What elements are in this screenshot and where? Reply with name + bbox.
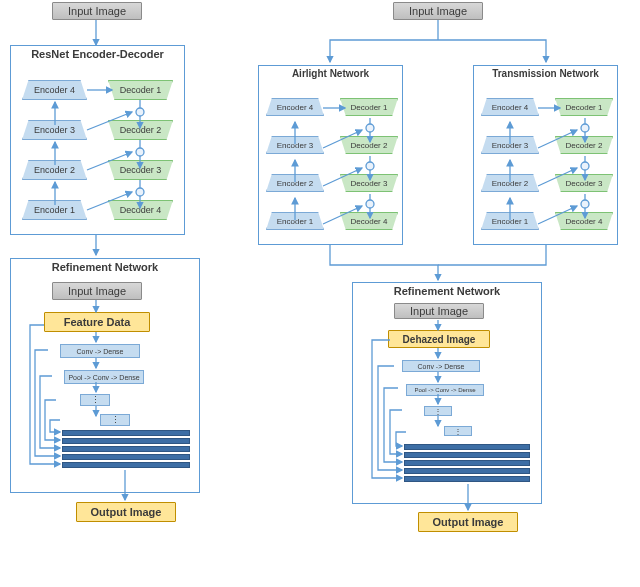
left-encoder-1: Encoder 1 bbox=[22, 200, 87, 220]
left-concat-bar bbox=[62, 446, 190, 452]
air-decoder-3: Decoder 3 bbox=[340, 174, 398, 192]
left-refine-input: Input Image bbox=[52, 282, 142, 300]
left-input-image: Input Image bbox=[52, 2, 142, 20]
trans-decoder-2: Decoder 2 bbox=[555, 136, 613, 154]
right-refine-input: Input Image bbox=[394, 303, 484, 319]
trans-encoder-4: Encoder 4 bbox=[481, 98, 539, 116]
left-concat-bar bbox=[62, 438, 190, 444]
air-decoder-4: Decoder 4 bbox=[340, 212, 398, 230]
trans-decoder-3: Decoder 3 bbox=[555, 174, 613, 192]
trans-encoder-1: Encoder 1 bbox=[481, 212, 539, 230]
air-encoder-3: Encoder 3 bbox=[266, 136, 324, 154]
left-encoder-3: Encoder 3 bbox=[22, 120, 87, 140]
right-input-image: Input Image bbox=[393, 2, 483, 20]
group-title: Transmission Network bbox=[474, 68, 617, 79]
left-decoder-2: Decoder 2 bbox=[108, 120, 173, 140]
left-pool-conv-dense: Pool -> Conv -> Dense bbox=[64, 370, 144, 384]
left-output-image: Output Image bbox=[76, 502, 176, 522]
right-conv-dense: Conv -> Dense bbox=[402, 360, 480, 372]
right-concat-bar bbox=[404, 444, 530, 450]
right-output-image: Output Image bbox=[418, 512, 518, 532]
trans-encoder-2: Encoder 2 bbox=[481, 174, 539, 192]
trans-decoder-4: Decoder 4 bbox=[555, 212, 613, 230]
trans-encoder-3: Encoder 3 bbox=[481, 136, 539, 154]
group-title: Airlight Network bbox=[259, 68, 402, 79]
left-conv-dense: Conv -> Dense bbox=[60, 344, 140, 358]
air-decoder-1: Decoder 1 bbox=[340, 98, 398, 116]
left-encoder-2: Encoder 2 bbox=[22, 160, 87, 180]
air-encoder-4: Encoder 4 bbox=[266, 98, 324, 116]
air-encoder-1: Encoder 1 bbox=[266, 212, 324, 230]
right-ellipsis-1: ⋮ bbox=[424, 406, 452, 416]
label: Input Image bbox=[68, 5, 126, 17]
right-concat-bar bbox=[404, 476, 530, 482]
left-concat-bar bbox=[62, 462, 190, 468]
right-pool-conv-dense: Pool -> Conv -> Dense bbox=[406, 384, 484, 396]
right-concat-bar bbox=[404, 468, 530, 474]
left-encoder-4: Encoder 4 bbox=[22, 80, 87, 100]
left-decoder-1: Decoder 1 bbox=[108, 80, 173, 100]
group-title: ResNet Encoder-Decoder bbox=[11, 48, 184, 60]
air-encoder-2: Encoder 2 bbox=[266, 174, 324, 192]
refinement-title: Refinement Network bbox=[11, 261, 199, 273]
refinement-title: Refinement Network bbox=[353, 285, 541, 297]
air-decoder-2: Decoder 2 bbox=[340, 136, 398, 154]
left-concat-bar bbox=[62, 430, 190, 436]
right-concat-bar bbox=[404, 460, 530, 466]
left-ellipsis-2: ⋮ bbox=[100, 414, 130, 426]
right-concat-bar bbox=[404, 452, 530, 458]
right-ellipsis-2: ⋮ bbox=[444, 426, 472, 436]
left-feature-data: Feature Data bbox=[44, 312, 150, 332]
left-concat-bar bbox=[62, 454, 190, 460]
left-decoder-3: Decoder 3 bbox=[108, 160, 173, 180]
left-ellipsis-1: ⋮ bbox=[80, 394, 110, 406]
left-decoder-4: Decoder 4 bbox=[108, 200, 173, 220]
right-dehazed-image: Dehazed Image bbox=[388, 330, 490, 348]
trans-decoder-1: Decoder 1 bbox=[555, 98, 613, 116]
